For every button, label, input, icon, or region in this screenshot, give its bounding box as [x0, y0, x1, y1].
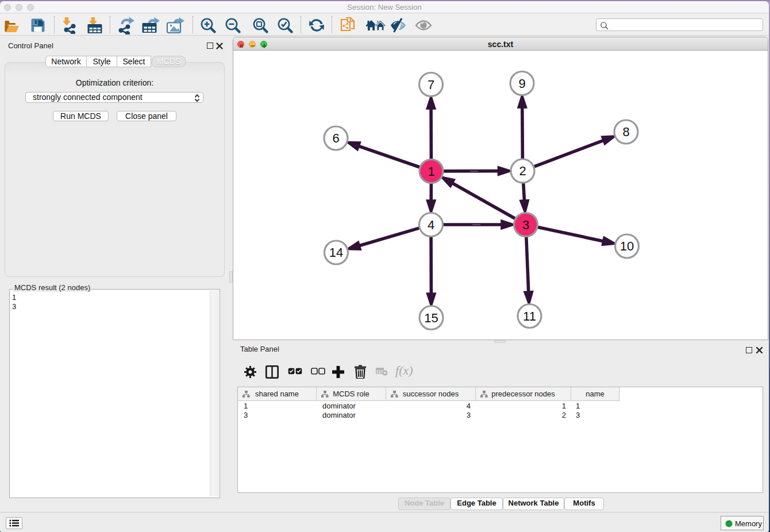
svg-text:6: 6: [332, 131, 339, 145]
svg-text:8: 8: [622, 125, 629, 139]
svg-text:7: 7: [428, 78, 434, 92]
svg-text:1: 1: [428, 164, 434, 179]
svg-text:11: 11: [523, 309, 536, 323]
svg-text:9: 9: [518, 76, 525, 91]
svg-text:3: 3: [522, 218, 529, 232]
svg-text:2: 2: [519, 164, 526, 178]
svg-text:4: 4: [428, 218, 434, 232]
svg-text:15: 15: [424, 311, 438, 325]
svg-text:14: 14: [329, 245, 343, 260]
svg-text:10: 10: [620, 239, 634, 253]
